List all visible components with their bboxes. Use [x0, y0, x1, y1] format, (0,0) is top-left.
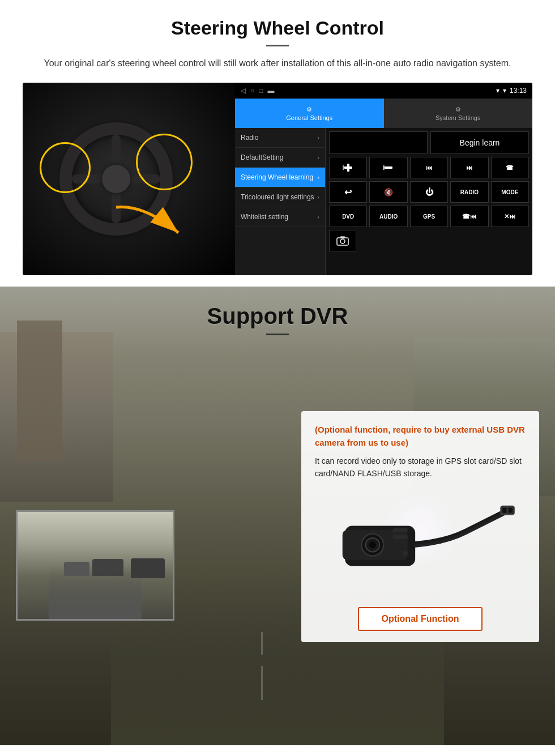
menu-item-steering[interactable]: Steering Wheel learning › — [235, 168, 325, 187]
camera-cable-svg — [315, 489, 526, 603]
camera-btn[interactable] — [329, 230, 356, 251]
optional-function-button[interactable]: Optional Function — [358, 607, 483, 631]
vol-minus-btn[interactable] — [369, 157, 407, 178]
control-row-1: ⏮ ⏭ ☎ — [329, 157, 529, 178]
control-panel: Begin learn — [326, 128, 532, 275]
prev-btn[interactable]: ⏮ — [410, 157, 448, 178]
svg-rect-8 — [340, 236, 345, 238]
gps-btn[interactable]: GPS — [410, 206, 448, 227]
dvd-btn[interactable]: DVD — [329, 206, 367, 227]
dvr-title-area: Support DVR — [0, 287, 555, 341]
android-tabs: ⚙ General Settings ⚙ System Settings — [235, 99, 532, 128]
steering-photo — [23, 83, 235, 275]
svg-rect-17 — [392, 528, 408, 532]
mute-btn[interactable]: 🔇 — [369, 181, 407, 203]
begin-learn-box — [329, 131, 428, 154]
chevron-right-icon: › — [317, 134, 319, 141]
dvr-thumbnail — [16, 510, 174, 621]
dvr-title: Support DVR — [0, 304, 555, 329]
general-settings-label: General Settings — [286, 114, 332, 121]
status-time: 13:13 — [510, 87, 527, 95]
highlight-circle-left — [40, 142, 91, 193]
vol-plus-btn[interactable] — [329, 157, 367, 178]
mute-next-btn[interactable]: ✕⏭ — [491, 206, 529, 227]
control-row-2: ↩ 🔇 ⏻ RADIO MODE — [329, 181, 529, 203]
system-settings-label: System Settings — [436, 114, 480, 121]
chevron-right-icon: › — [317, 174, 319, 181]
tab-system[interactable]: ⚙ System Settings — [384, 99, 533, 128]
chevron-right-icon: › — [317, 154, 319, 161]
dvr-info-card: (Optional function, require to buy exter… — [301, 411, 539, 642]
svg-rect-18 — [392, 535, 408, 539]
back-icon: ◁ — [241, 87, 246, 95]
phone-prev-btn[interactable]: ☎⏮ — [450, 206, 488, 227]
audio-btn[interactable]: AUDIO — [369, 206, 407, 227]
tab-general[interactable]: ⚙ General Settings — [235, 99, 384, 128]
svg-rect-3 — [343, 165, 344, 170]
steering-composite: ◁ ○ □ ▬ ▾ ▾ 13:13 ⚙ General Settings ⚙ S… — [23, 83, 532, 275]
phone-btn[interactable]: ☎ — [491, 157, 529, 178]
system-settings-icon: ⚙ — [455, 106, 461, 113]
android-statusbar: ◁ ○ □ ▬ ▾ ▾ 13:13 — [235, 83, 532, 99]
svg-rect-16 — [509, 507, 513, 512]
signal-icon: ▾ — [496, 87, 500, 95]
next-btn[interactable]: ⏭ — [450, 157, 488, 178]
home-icon: ○ — [250, 87, 254, 95]
dvr-section: Support DVR (Optional function, require … — [0, 287, 555, 745]
begin-learn-row: Begin learn — [329, 131, 529, 154]
dvr-description: It can record video only to storage in G… — [315, 455, 526, 480]
wifi-icon: ▾ — [503, 87, 506, 95]
chevron-right-icon: › — [317, 194, 319, 200]
mode-btn[interactable]: MODE — [491, 181, 529, 203]
arrow-icon — [110, 202, 184, 241]
control-row-4 — [329, 230, 529, 251]
steering-section: Steering Wheel Control Your original car… — [0, 0, 555, 287]
chevron-right-icon: › — [317, 213, 319, 220]
highlight-circle-right — [136, 134, 193, 190]
menu-icon: ▬ — [268, 87, 275, 95]
back-call-btn[interactable]: ↩ — [329, 181, 367, 203]
android-panel: ◁ ○ □ ▬ ▾ ▾ 13:13 ⚙ General Settings ⚙ S… — [235, 83, 532, 275]
dvr-camera-image — [315, 489, 526, 603]
steering-title: Steering Wheel Control — [23, 17, 532, 39]
svg-point-13 — [369, 541, 376, 548]
svg-rect-4 — [385, 166, 392, 169]
svg-point-19 — [403, 551, 408, 556]
control-row-3: DVD AUDIO GPS ☎⏮ ✕⏭ — [329, 206, 529, 227]
title-divider — [266, 45, 289, 46]
menu-item-tricolour[interactable]: Tricoloured light settings › — [235, 187, 325, 207]
begin-learn-button[interactable]: Begin learn — [430, 131, 529, 154]
svg-rect-2 — [344, 166, 352, 169]
menu-item-radio[interactable]: Radio › — [235, 128, 325, 148]
radio-btn[interactable]: RADIO — [450, 181, 488, 203]
svg-point-7 — [340, 239, 345, 244]
wheel-center — [102, 165, 130, 193]
power-btn[interactable]: ⏻ — [410, 181, 448, 203]
steering-subtitle: Your original car's steering wheel contr… — [23, 57, 532, 70]
thumb-scene — [18, 512, 173, 619]
menu-item-default[interactable]: DefaultSetting › — [235, 148, 325, 168]
android-content: Radio › DefaultSetting › Steering Wheel … — [235, 128, 532, 275]
menu-item-whitelist[interactable]: Whitelist setting › — [235, 207, 325, 227]
dvr-optional-text: (Optional function, require to buy exter… — [315, 424, 526, 449]
recent-icon: □ — [259, 87, 263, 95]
svg-rect-5 — [383, 165, 385, 170]
svg-rect-15 — [502, 507, 506, 512]
general-settings-icon: ⚙ — [306, 106, 312, 113]
dvr-divider — [266, 334, 289, 335]
menu-list: Radio › DefaultSetting › Steering Wheel … — [235, 128, 326, 275]
